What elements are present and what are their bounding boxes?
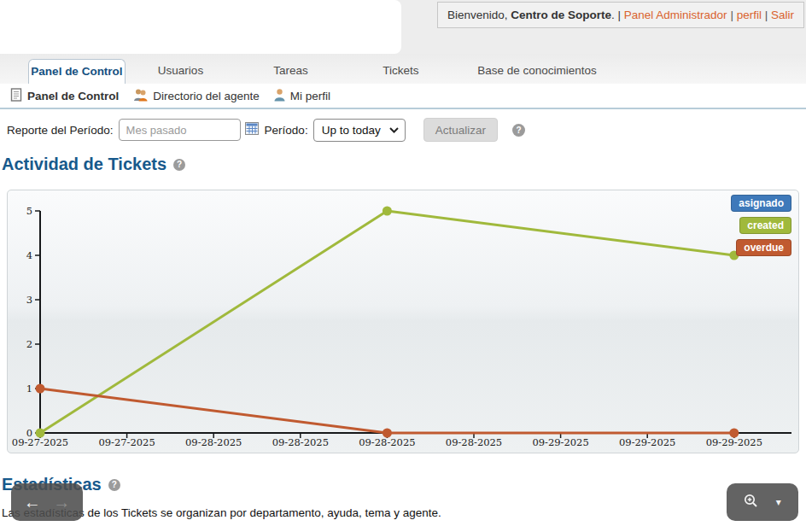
subnav-item-label: Directorio del agente [153,90,260,102]
activity-section-title: Actividad de Tickets ? [2,155,185,174]
sub-nav: Panel de Control Directorio del agente M… [0,84,806,109]
svg-text:2: 2 [26,338,32,350]
svg-text:09-28-2025: 09-28-2025 [359,436,415,448]
update-button[interactable]: Actualizar [423,118,498,142]
admin-panel-link[interactable]: Panel Administrador [624,9,727,21]
welcome-text: Bienvenido, [447,9,508,21]
svg-text:09-28-2025: 09-28-2025 [185,436,242,448]
subnav-item-directorio-del-agente[interactable]: Directorio del agente [132,88,260,104]
link-separator: | [730,9,733,21]
logo-area [0,0,401,54]
period-select-value: Up to today [322,124,381,137]
chevron-down-icon [389,127,399,133]
period-label: Período: [265,124,308,137]
report-period-input[interactable] [119,119,241,141]
tab-tickets[interactable]: Tickets [346,59,456,84]
report-period-label: Reporte del Período: [7,124,114,137]
calendar-icon[interactable] [245,122,259,137]
svg-text:09-27-2025: 09-27-2025 [98,436,155,448]
legend-item-asignado[interactable]: asignado [731,195,791,212]
account-name: Centro de Soporte [511,9,611,21]
activity-chart-plot: 01234509-27-202509-27-202509-28-202509-2… [8,190,798,453]
svg-text:09-29-2025: 09-29-2025 [619,436,675,448]
subnav-item-label: Mi perfil [290,90,330,102]
subnav-item-panel-de-control[interactable]: Panel de Control [10,88,119,104]
page-title: Actividad de Tickets [2,155,166,174]
svg-text:5: 5 [26,205,32,217]
svg-text:09-29-2025: 09-29-2025 [706,436,762,448]
logout-link[interactable]: Salir [771,9,794,21]
profile-link[interactable]: perfil [737,9,762,21]
back-arrow-icon[interactable]: ← [24,494,41,511]
zoom-in-icon[interactable] [744,494,758,512]
help-icon[interactable]: ? [173,159,185,171]
zoom-overlay: ▾ [727,483,798,521]
profile-icon [273,88,286,104]
svg-text:1: 1 [26,383,32,395]
period-select[interactable]: Up to today [313,119,406,142]
page-header: Bienvenido, Centro de Soporte. | Panel A… [0,0,806,54]
report-icon [10,88,23,104]
agents-icon [132,88,149,104]
history-nav-overlay: ← → [11,483,83,521]
tab-usuarios[interactable]: Usuarios [126,59,236,84]
forward-arrow-icon[interactable]: → [53,494,70,511]
svg-text:4: 4 [26,249,32,261]
subnav-item-label: Panel de Control [27,90,119,102]
legend-item-created[interactable]: created [739,217,791,234]
ticket-activity-chart: 01234509-27-202509-27-202509-28-202509-2… [7,190,799,453]
svg-text:3: 3 [26,294,32,306]
report-period-form: Reporte del Período: Período: Up to toda… [7,118,525,142]
svg-text:09-27-2025: 09-27-2025 [12,436,68,448]
svg-text:09-28-2025: 09-28-2025 [446,436,502,448]
main-tab-bar: Panel de Control Usuarios Tareas Tickets… [0,54,806,84]
welcome-bar: Bienvenido, Centro de Soporte. | Panel A… [437,2,804,28]
welcome-separator: . | [611,9,621,21]
tab-panel-de-control[interactable]: Panel de Control [28,59,126,84]
zoom-menu-caret-icon[interactable]: ▾ [776,496,781,508]
subnav-item-mi-perfil[interactable]: Mi perfil [273,88,330,104]
link-separator: | [765,9,768,21]
svg-text:09-28-2025: 09-28-2025 [272,436,329,448]
tab-tareas[interactable]: Tareas [236,59,346,84]
help-icon[interactable]: ? [512,124,525,137]
legend-item-overdue[interactable]: overdue [736,239,791,256]
chart-legend: asignadocreatedoverdue [731,195,791,256]
tab-base-de-conocimientos[interactable]: Base de conocimientos [456,59,618,84]
help-icon[interactable]: ? [108,479,120,491]
svg-text:09-29-2025: 09-29-2025 [532,436,588,448]
